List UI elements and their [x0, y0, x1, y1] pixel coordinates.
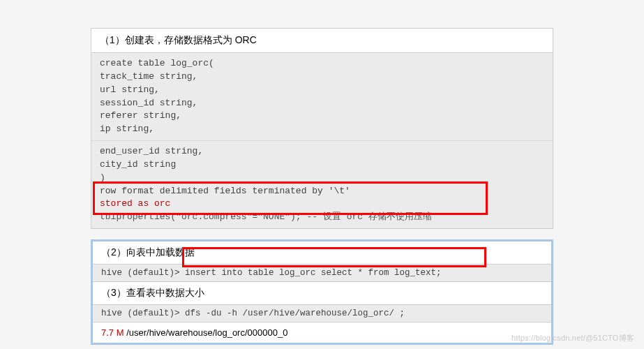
- header-3: （3）查看表中数据大小: [93, 282, 551, 305]
- highlight-box-stored-orc: [93, 181, 488, 215]
- highlight-box-insert: [182, 247, 486, 267]
- code-create-1: create table log_orc( track_time string,…: [91, 53, 553, 141]
- hive-prompt: hive (default)>: [101, 268, 185, 278]
- insert-command: insert into table log_orc select * from …: [185, 268, 442, 278]
- dfs-line: hive (default)> dfs -du -h /user/hive/wa…: [93, 305, 551, 322]
- header-1: （1）创建表，存储数据格式为 ORC: [91, 29, 553, 53]
- result-size: 7.7 M: [101, 327, 124, 338]
- result-line: 7.7 M /user/hive/warehouse/log_orc/00000…: [93, 322, 551, 343]
- watermark: https://blog.csdn.net/@51CTO博客: [511, 333, 634, 343]
- result-path: /user/hive/warehouse/log_orc/000000_0: [124, 327, 288, 338]
